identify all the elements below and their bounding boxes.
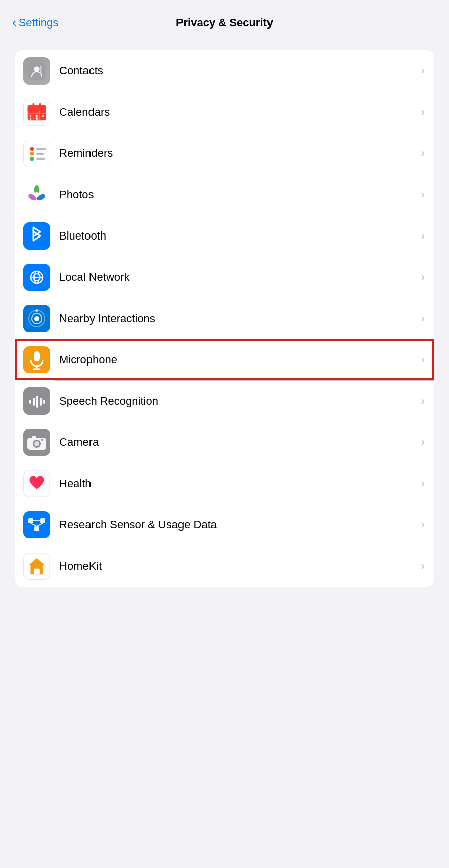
bluetooth-label: Bluetooth xyxy=(59,229,421,243)
bluetooth-chevron: › xyxy=(421,229,425,243)
camera-icon xyxy=(23,429,50,456)
svg-rect-52 xyxy=(40,398,42,406)
health-label: Health xyxy=(59,477,421,490)
microphone-chevron: › xyxy=(421,353,425,366)
svg-rect-24 xyxy=(36,158,45,160)
svg-rect-58 xyxy=(32,436,36,439)
homekit-icon xyxy=(23,553,50,580)
research-sensor-icon xyxy=(23,511,50,538)
svg-rect-62 xyxy=(28,518,33,523)
svg-point-40 xyxy=(34,316,39,321)
svg-rect-49 xyxy=(29,400,31,404)
nearby-interactions-label: Nearby Interactions xyxy=(59,312,421,325)
svg-point-59 xyxy=(41,439,43,441)
list-item-local-network[interactable]: Local Network › xyxy=(15,257,434,298)
back-button[interactable]: ‹ Settings xyxy=(12,16,58,30)
svg-rect-64 xyxy=(34,526,39,531)
svg-point-13 xyxy=(30,115,32,117)
research-sensor-chevron: › xyxy=(421,518,425,531)
health-chevron: › xyxy=(421,477,425,490)
contacts-label: Contacts xyxy=(59,64,421,77)
svg-rect-63 xyxy=(40,518,45,523)
svg-rect-6 xyxy=(28,109,46,111)
microphone-icon xyxy=(23,346,50,373)
svg-point-16 xyxy=(30,118,32,120)
reminders-chevron: › xyxy=(421,147,425,160)
svg-point-1 xyxy=(34,66,39,72)
list-item-reminders[interactable]: Reminders › xyxy=(15,133,434,174)
svg-point-20 xyxy=(30,152,34,156)
svg-point-57 xyxy=(34,441,39,446)
list-item-microphone[interactable]: Microphone › xyxy=(15,339,434,380)
svg-point-43 xyxy=(35,309,38,312)
list-item-contacts[interactable]: Contacts › xyxy=(15,50,434,92)
contacts-icon xyxy=(23,57,50,85)
contacts-chevron: › xyxy=(421,64,425,77)
svg-rect-70 xyxy=(34,569,36,575)
svg-rect-8 xyxy=(32,103,34,107)
speech-recognition-label: Speech Recognition xyxy=(59,394,421,408)
back-label: Settings xyxy=(19,16,59,29)
list-item-camera[interactable]: Camera › xyxy=(15,422,434,463)
camera-label: Camera xyxy=(59,436,421,449)
microphone-label: Microphone xyxy=(59,353,421,366)
nearby-interactions-icon xyxy=(23,305,50,332)
list-item-homekit[interactable]: HomeKit › xyxy=(15,545,434,587)
calendars-label: Calendars xyxy=(59,106,421,119)
svg-point-32 xyxy=(34,192,39,197)
calendars-chevron: › xyxy=(421,106,425,119)
svg-point-15 xyxy=(42,115,44,117)
research-sensor-label: Research Sensor & Usage Data xyxy=(59,518,421,531)
list-item-nearby-interactions[interactable]: Nearby Interactions › xyxy=(15,298,434,339)
svg-rect-33 xyxy=(23,222,50,250)
local-network-chevron: › xyxy=(421,271,425,284)
bluetooth-icon xyxy=(23,222,50,250)
navigation-bar: ‹ Settings Privacy & Security xyxy=(0,0,449,45)
svg-point-19 xyxy=(30,147,34,151)
list-item-health[interactable]: Health › xyxy=(15,463,434,504)
settings-list: Contacts › 1 Ca xyxy=(15,50,434,587)
svg-rect-45 xyxy=(34,351,40,361)
reminders-icon xyxy=(23,140,50,167)
svg-rect-61 xyxy=(23,511,50,538)
photos-icon xyxy=(23,181,50,208)
back-chevron-icon: ‹ xyxy=(12,15,17,30)
svg-rect-53 xyxy=(43,400,45,404)
list-item-photos[interactable]: Photos › xyxy=(15,174,434,215)
photos-label: Photos xyxy=(59,188,421,201)
list-item-bluetooth[interactable]: Bluetooth › xyxy=(15,215,434,257)
list-item-speech-recognition[interactable]: Speech Recognition › xyxy=(15,380,434,422)
local-network-icon xyxy=(23,264,50,291)
svg-point-21 xyxy=(30,157,34,161)
page-title: Privacy & Security xyxy=(176,16,273,29)
svg-rect-2 xyxy=(40,65,42,74)
health-icon xyxy=(23,470,50,497)
reminders-label: Reminders xyxy=(59,147,421,160)
list-item-calendars[interactable]: 1 Calendars › xyxy=(15,92,434,133)
calendars-icon: 1 xyxy=(23,99,50,126)
photos-chevron: › xyxy=(421,188,425,201)
list-item-research-sensor[interactable]: Research Sensor & Usage Data › xyxy=(15,504,434,545)
svg-rect-23 xyxy=(36,153,44,155)
homekit-chevron: › xyxy=(421,560,425,573)
speech-recognition-icon xyxy=(23,387,50,415)
svg-rect-51 xyxy=(36,396,38,408)
homekit-label: HomeKit xyxy=(59,560,421,573)
nearby-interactions-chevron: › xyxy=(421,312,425,325)
speech-recognition-chevron: › xyxy=(421,394,425,408)
svg-rect-9 xyxy=(39,103,41,107)
local-network-label: Local Network xyxy=(59,271,421,284)
svg-rect-22 xyxy=(36,148,46,150)
svg-point-14 xyxy=(36,115,38,117)
svg-rect-50 xyxy=(33,398,35,406)
camera-chevron: › xyxy=(421,436,425,449)
svg-point-17 xyxy=(36,118,38,120)
